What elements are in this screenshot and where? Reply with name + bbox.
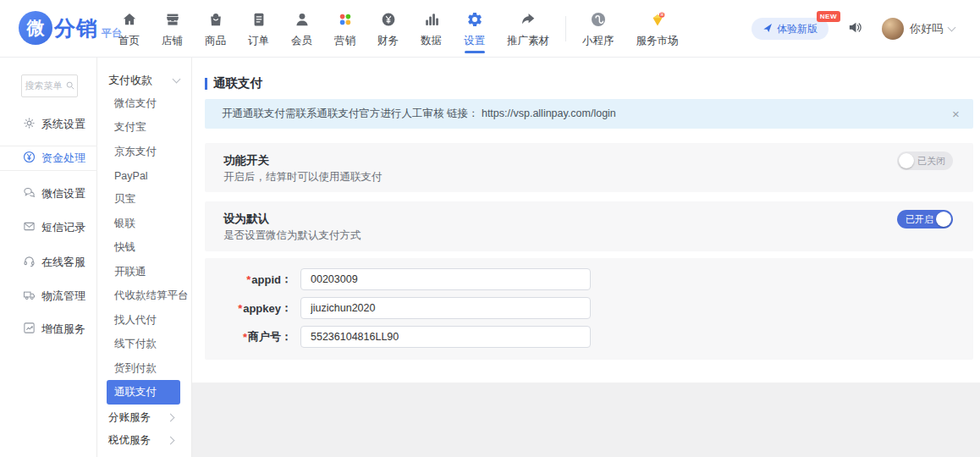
nav-item-home[interactable]: 首页 <box>107 0 151 58</box>
menu-search-input[interactable]: 搜索菜单 <box>21 74 78 97</box>
gear-icon <box>23 117 36 132</box>
yen-circle-icon <box>23 151 36 166</box>
feature-switch-toggle[interactable]: 已关闭 <box>897 151 953 170</box>
notice-text: 开通通联支付需联系通联支付官方进行人工审核 链接： https://vsp.al… <box>222 107 616 121</box>
submenu-item[interactable]: 代收款结算平台 <box>97 284 192 308</box>
new-badge: NEW <box>817 11 840 22</box>
sidebar-item-system-settings[interactable]: 系统设置 <box>0 112 97 137</box>
username: 你好吗 <box>910 21 943 36</box>
content-panel: 通联支付 开通通联支付需联系通联支付官方进行人工审核 链接： https://v… <box>192 58 980 383</box>
search-placeholder: 搜索菜单 <box>25 80 63 92</box>
try-new-version-button[interactable]: 体验新版 NEW <box>752 18 829 40</box>
sidebar-item-wechat-settings[interactable]: 微信设置 <box>0 181 97 206</box>
submenu-group-tax-service[interactable]: 税优服务 <box>97 428 192 452</box>
field-input[interactable] <box>300 326 591 348</box>
brand-logo[interactable]: 微 分销 平台 <box>19 11 122 45</box>
nav-label: 服务市场 <box>636 34 679 48</box>
submenu-item[interactable]: 支付宝 <box>97 115 192 139</box>
page-title: 通联支付 <box>205 75 262 91</box>
submenu-item[interactable]: 线下付款 <box>97 332 192 355</box>
nav-item-market[interactable]: H 服务市场 <box>625 0 690 58</box>
submenu-group-label: 支付收款 <box>108 73 152 88</box>
user-menu[interactable]: 你好吗 <box>882 18 955 40</box>
sidebar: 搜索菜单 系统设置 资金处理 微信设置 短信记录 在线客服 物流管理 <box>0 58 97 457</box>
nav-label: 订单 <box>248 34 269 48</box>
home-icon <box>121 11 138 30</box>
submenu-item[interactable]: 快钱 <box>97 236 192 260</box>
submenu-item[interactable]: 京东支付 <box>97 140 192 163</box>
submenu-item[interactable]: PayPal <box>97 163 192 187</box>
header: 微 分销 平台 首页 店铺 商品 订单 会员 <box>0 0 980 58</box>
submenu-items: 微信支付 支付宝 京东支付 PayPal 贝宝 银联 快钱 开联通 代收款结算平… <box>97 91 192 405</box>
shop-icon <box>164 11 181 30</box>
nav-label: 会员 <box>291 34 312 48</box>
form-row: *appkey： <box>205 294 973 322</box>
submenu-item[interactable]: 银联 <box>97 212 192 235</box>
header-right: 体验新版 NEW 你好吗 <box>752 0 955 58</box>
set-default-toggle[interactable]: 已开启 <box>897 210 953 228</box>
section-title: 设为默认 <box>223 212 269 227</box>
nav-item-goods[interactable]: 商品 <box>194 0 237 58</box>
nav-item-data[interactable]: 数据 <box>410 0 453 58</box>
submenu-group-payment[interactable]: 支付收款 <box>97 69 192 91</box>
sidebar-item-label: 系统设置 <box>41 117 85 132</box>
sidebar-item-label: 物流管理 <box>41 289 85 304</box>
chevron-down-icon <box>948 24 956 32</box>
sidebar-item-logistics[interactable]: 物流管理 <box>0 284 97 309</box>
logo-text: 分销 <box>54 14 98 42</box>
nav-label: 设置 <box>464 34 485 48</box>
chevron-right-icon <box>167 436 175 444</box>
nav-label: 店铺 <box>162 34 183 48</box>
section-credentials-form: *appid： *appkey： *商户号： <box>205 258 973 360</box>
submenu-group-split-account[interactable]: 分账服务 <box>97 405 192 429</box>
field-label: *appid： <box>205 272 292 287</box>
data-icon <box>423 11 440 30</box>
promo-icon <box>520 11 537 30</box>
field-input[interactable] <box>300 297 591 319</box>
submenu-item[interactable]: 微信支付 <box>97 91 192 115</box>
nav-label: 推广素材 <box>507 34 549 48</box>
field-label: *appkey： <box>205 300 292 316</box>
toggle-label: 已关闭 <box>917 155 945 168</box>
chevron-down-icon <box>173 75 181 84</box>
field-input[interactable] <box>300 268 591 290</box>
submenu-item[interactable]: 开联通 <box>97 260 192 284</box>
title-accent-bar <box>205 78 207 90</box>
nav-item-promo[interactable]: 推广素材 <box>496 0 560 58</box>
nav-item-miniprogram[interactable]: 小程序 <box>571 0 625 58</box>
submenu-item[interactable]: 贝宝 <box>97 188 192 212</box>
chart-icon <box>23 322 36 337</box>
section-title: 功能开关 <box>223 153 269 168</box>
submenu-item[interactable]: 通联支付 <box>107 380 180 404</box>
sidebar-item-label: 资金处理 <box>41 151 85 166</box>
truck-icon <box>23 289 36 304</box>
members-icon <box>294 11 311 30</box>
nav-item-orders[interactable]: 订单 <box>237 0 280 58</box>
nav-label: 财务 <box>377 34 399 48</box>
toggle-knob <box>936 212 951 227</box>
sidebar-item-sms-records[interactable]: 短信记录 <box>0 215 97 240</box>
nav-item-finance[interactable]: 财务 <box>366 0 410 58</box>
nav-item-shop[interactable]: 店铺 <box>151 0 194 58</box>
sidebar-item-label: 短信记录 <box>41 220 85 235</box>
marketing-icon <box>337 11 354 30</box>
top-navigation: 首页 店铺 商品 订单 会员 营销 <box>107 0 690 58</box>
submenu-item[interactable]: 找人代付 <box>97 308 192 332</box>
logo-circle: 微 <box>19 11 52 45</box>
sidebar-item-value-added[interactable]: 增值服务 <box>0 317 97 342</box>
settings-icon <box>466 11 483 30</box>
nav-item-members[interactable]: 会员 <box>280 0 323 58</box>
announcement-speaker-icon[interactable] <box>847 19 863 38</box>
nav-item-settings[interactable]: 设置 <box>453 0 496 58</box>
wechat-icon <box>23 186 36 201</box>
notice-banner: 开通通联支付需联系通联支付官方进行人工审核 链接： https://vsp.al… <box>205 99 973 129</box>
nav-item-marketing[interactable]: 营销 <box>323 0 366 58</box>
close-icon[interactable]: × <box>950 107 962 120</box>
sidebar-item-online-service[interactable]: 在线客服 <box>0 250 97 275</box>
sidebar-item-label: 增值服务 <box>41 322 85 337</box>
submenu-item[interactable]: 货到付款 <box>97 356 192 380</box>
main-content: 通联支付 开通通联支付需联系通联支付官方进行人工审核 链接： https://v… <box>192 58 980 457</box>
section-desc: 是否设置微信为默认支付方式 <box>223 228 361 243</box>
sidebar-item-funds-processing[interactable]: 资金处理 <box>0 146 97 171</box>
miniprogram-icon <box>590 11 607 30</box>
